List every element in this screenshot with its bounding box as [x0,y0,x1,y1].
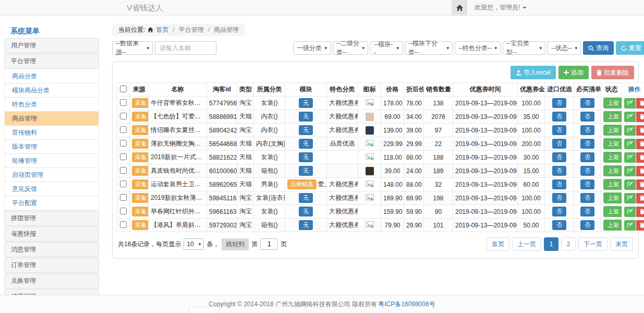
filter-select-8[interactable]: --宝贝类型--▾ [503,41,545,55]
import-select-toggle[interactable]: 否 [552,112,566,122]
must-buy-toggle[interactable]: 否 [580,193,594,203]
edit-button[interactable] [624,125,636,136]
import-excel-button[interactable]: 导入excel [511,66,556,79]
sidebar-item-1[interactable]: 用户管理 [4,38,99,53]
batch-delete-button[interactable]: 批量删除 [591,66,634,79]
delete-button[interactable] [636,207,644,217]
reset-button[interactable]: 重置 [616,41,644,55]
status-on-shelf-button[interactable]: 上架 [603,165,622,176]
sidebar-item-10[interactable]: 启动页管理 [5,168,99,182]
page-button-2[interactable]: 上一页 [512,237,541,251]
page-button-3[interactable]: 1 [544,237,558,251]
delete-button[interactable] [636,220,644,231]
page-button-1[interactable]: 首页 [487,237,509,251]
filter-select-9[interactable]: --状态--▾ [548,41,581,55]
status-on-shelf-button[interactable]: 上架 [603,152,622,163]
status-on-shelf-button[interactable]: 上架 [603,98,622,109]
delete-button[interactable] [636,179,644,190]
home-button[interactable] [452,0,467,15]
status-on-shelf-button[interactable]: 上架 [603,125,622,136]
edit-button[interactable] [624,98,636,109]
must-buy-toggle[interactable]: 否 [580,207,594,216]
row-checkbox[interactable] [120,126,127,133]
row-checkbox[interactable] [120,153,127,160]
edit-button[interactable] [624,193,636,203]
must-buy-toggle[interactable]: 否 [580,112,594,122]
must-buy-toggle[interactable]: 否 [580,152,594,162]
filter-select-4[interactable]: --二级分类--▾ [333,41,368,55]
filter-select-6[interactable]: --模块下分类--▾ [405,41,453,55]
status-on-shelf-button[interactable]: 上架 [603,206,622,217]
import-select-toggle[interactable]: 否 [552,98,566,108]
row-checkbox[interactable] [120,221,127,228]
import-select-toggle[interactable]: 否 [552,179,566,189]
edit-button[interactable] [624,166,636,176]
must-buy-toggle[interactable]: 否 [580,179,594,189]
delete-button[interactable] [636,152,644,163]
sidebar-item-12[interactable]: 平台配置 [5,196,99,210]
sidebar-item-3[interactable]: 商品分类 [5,69,99,83]
sidebar-item-8[interactable]: 版本管理 [5,140,99,154]
must-buy-toggle[interactable]: 否 [580,220,594,230]
must-buy-toggle[interactable]: 否 [580,166,594,176]
sidebar-item-17[interactable]: 兑换管理 [4,273,99,288]
row-checkbox[interactable] [120,180,127,187]
sidebar-item-4[interactable]: 模块商品分类 [5,83,99,98]
must-buy-toggle[interactable]: 否 [580,98,594,108]
user-menu[interactable]: 欢迎您，管理员! [467,0,534,15]
row-checkbox[interactable] [120,208,127,214]
sidebar-item-15[interactable]: 消息管理 [4,242,99,257]
status-on-shelf-button[interactable]: 上架 [603,111,622,122]
breadcrumb-home-link[interactable]: 首页 [156,26,168,34]
status-on-shelf-button[interactable]: 上架 [603,192,622,203]
delete-button[interactable] [636,139,644,149]
must-buy-toggle[interactable]: 否 [580,139,594,149]
delete-button[interactable] [636,193,644,203]
import-select-toggle[interactable]: 否 [552,193,566,203]
filter-select-5[interactable]: --模块--▾ [370,41,403,55]
filter-select-1[interactable]: --数据来源--▾ [112,41,153,55]
status-on-shelf-button[interactable]: 上架 [603,179,622,190]
jump-page-input[interactable] [260,238,278,250]
page-button-5[interactable]: 下一页 [578,237,607,251]
import-select-toggle[interactable]: 否 [552,220,566,230]
sidebar-item-6[interactable]: 商品管理 [5,112,99,126]
sidebar-item-13[interactable]: 拼团管理 [4,211,99,226]
jump-button[interactable]: 跳转到 [222,238,249,250]
status-on-shelf-button[interactable]: 上架 [603,138,622,149]
sidebar-item-14[interactable]: 省惠快报 [4,226,99,242]
row-checkbox[interactable] [120,194,127,201]
import-select-toggle[interactable]: 否 [552,207,566,216]
delete-button[interactable] [636,112,644,122]
page-button-4[interactable]: 2 [561,237,576,251]
row-checkbox[interactable] [120,167,127,174]
row-checkbox[interactable] [120,113,127,119]
add-button[interactable]: 添加 [558,66,589,79]
edit-button[interactable] [624,220,636,231]
sidebar-item-2[interactable]: 平台管理 [4,54,99,69]
sidebar-item-9[interactable]: 轮播管理 [5,154,99,168]
select-all-checkbox[interactable] [120,86,127,92]
name-search-input[interactable] [155,41,216,55]
edit-button[interactable] [624,139,636,149]
page-size-select[interactable]: 10 ▾ [184,238,204,250]
edit-button[interactable] [624,152,636,163]
edit-button[interactable] [624,112,636,122]
row-checkbox[interactable] [120,99,127,106]
delete-button[interactable] [636,166,644,176]
edit-button[interactable] [624,207,636,217]
search-button[interactable]: 查询 [583,41,614,55]
filter-select-7[interactable]: --特色分类--▾ [455,41,501,55]
delete-button[interactable] [636,125,644,136]
status-on-shelf-button[interactable]: 上架 [603,220,622,231]
sidebar-item-5[interactable]: 特色分类 [5,98,99,112]
sidebar-item-7[interactable]: 宣传物料 [5,126,99,140]
row-checkbox[interactable] [120,140,127,147]
page-button-6[interactable]: 末页 [610,237,633,251]
import-select-toggle[interactable]: 否 [552,152,566,162]
import-select-toggle[interactable]: 否 [552,166,566,176]
icp-link[interactable]: 粤ICP备16098006号 [378,300,435,309]
import-select-toggle[interactable]: 否 [552,125,566,135]
delete-button[interactable] [636,98,644,109]
edit-button[interactable] [624,179,636,190]
